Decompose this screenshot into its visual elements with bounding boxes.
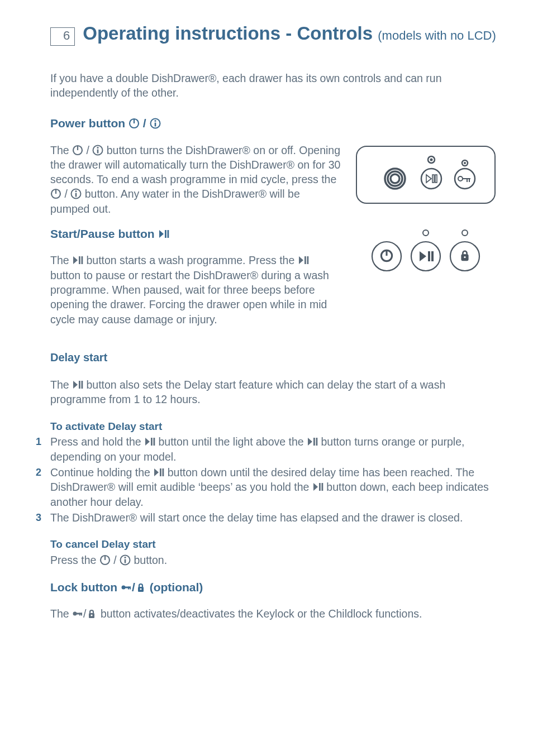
text: Continue holding the: [50, 466, 153, 479]
startpause-paragraph: The button starts a wash programme. Pres…: [50, 253, 342, 327]
svg-point-39: [462, 230, 468, 236]
page-header: 6 Operating instructions - Controls (mod…: [50, 21, 498, 46]
playpause-icon: [158, 228, 169, 240]
svg-point-38: [423, 230, 429, 236]
info-icon: [70, 188, 82, 199]
step-3: The DishDrawer® will start once the dela…: [36, 510, 498, 525]
step-1: Press and hold the button until the ligh…: [36, 434, 498, 464]
svg-rect-33: [428, 251, 430, 261]
page-title-sub: (models with no LCD): [378, 28, 496, 42]
svg-point-28: [464, 162, 466, 164]
power-icon: [72, 145, 83, 156]
svg-rect-18: [432, 175, 434, 183]
lock-icon: [135, 582, 146, 593]
playpause-icon: [307, 436, 318, 447]
info-icon: [92, 145, 103, 156]
text: The: [50, 144, 72, 156]
svg-point-26: [430, 158, 433, 161]
key-icon: [72, 608, 83, 619]
startpause-heading-text: Start/Pause button: [50, 227, 158, 240]
separator: /: [86, 144, 92, 156]
playpause-icon: [312, 481, 323, 492]
activate-steps: Press and hold the button until the ligh…: [36, 434, 498, 525]
text: button activates/deactivates the Keylock…: [101, 607, 422, 620]
control-panel-illustration-1: [353, 143, 498, 207]
power-icon: [99, 554, 111, 566]
text: button to pause or restart the DishDrawe…: [50, 269, 329, 326]
lock-paragraph: The / button activates/deactivates the K…: [50, 606, 498, 621]
text: button also sets the Delay start feature…: [50, 379, 445, 405]
svg-point-21: [458, 176, 463, 181]
svg-rect-34: [431, 251, 434, 261]
playpause-icon: [72, 255, 83, 266]
text: button.: [134, 554, 167, 566]
power-icon: [50, 188, 61, 199]
text: button starts a wash programme. Press th…: [86, 254, 297, 266]
power-heading-text: Power button: [50, 117, 129, 130]
activate-delay-heading: To activate Delay start: [50, 419, 498, 434]
text: The: [50, 607, 72, 620]
page-title: Operating instructions - Controls (model…: [83, 21, 496, 46]
lock-heading-suffix: (optional): [150, 581, 203, 594]
page-title-main: Operating instructions - Controls: [83, 23, 373, 44]
control-panel-illustration-2: [353, 221, 498, 285]
svg-point-16: [391, 174, 399, 183]
page-number: 6: [50, 27, 75, 46]
step-2: Continue holding the button down until t…: [36, 465, 498, 509]
info-icon: [150, 118, 161, 129]
playpause-icon: [72, 379, 83, 390]
lock-icon: [86, 608, 97, 619]
playpause-icon: [144, 436, 155, 447]
cancel-delay-heading: To cancel Delay start: [50, 537, 498, 552]
separator: /: [113, 554, 120, 566]
text: The: [50, 379, 72, 391]
power-icon: [129, 118, 140, 129]
power-heading: Power button /: [50, 116, 498, 131]
text: button until the light above the: [158, 436, 307, 448]
key-icon: [121, 582, 132, 593]
playpause-icon: [298, 255, 309, 266]
delay-paragraph: The button also sets the Delay start fea…: [50, 377, 498, 407]
startpause-heading: Start/Pause button: [50, 226, 342, 242]
text: Press and hold the: [50, 436, 144, 448]
separator: /: [64, 188, 70, 200]
delay-heading: Delay start: [50, 350, 498, 365]
svg-point-29: [372, 242, 401, 271]
svg-point-37: [464, 256, 465, 257]
text: button. Any water in the DishDrawer® wil…: [50, 188, 300, 214]
cancel-delay-text: Press the / button.: [50, 553, 498, 567]
svg-rect-19: [435, 175, 437, 183]
text: The DishDrawer® will start once the dela…: [50, 511, 463, 524]
intro-text: If you have a double DishDrawer®, each d…: [50, 71, 498, 101]
playpause-icon: [153, 467, 164, 478]
lock-heading-text: Lock button: [50, 581, 121, 594]
info-icon: [120, 554, 131, 566]
power-paragraph: The / button turns the DishDrawer® on or…: [50, 143, 342, 217]
text: Press the: [50, 554, 99, 566]
separator: /: [143, 117, 150, 130]
lock-heading: Lock button / (optional): [50, 580, 498, 595]
text: The: [50, 254, 72, 266]
